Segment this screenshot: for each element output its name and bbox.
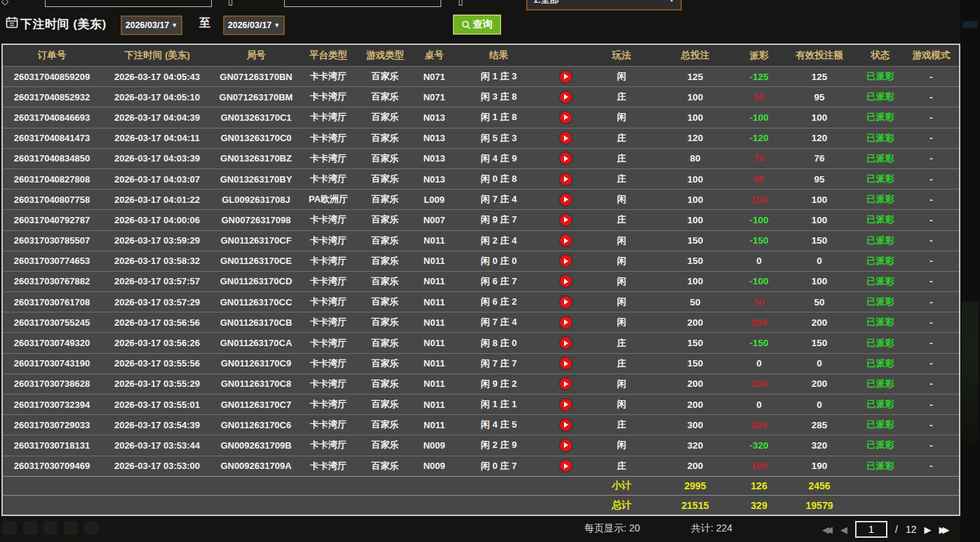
replay-play-icon[interactable] [560, 399, 572, 411]
cell-valid-bet: 95 [781, 92, 857, 103]
cell-valid-bet: 125 [781, 72, 857, 82]
cell-game-type: 百家乐 [358, 418, 412, 431]
cell-valid-bet: 320 [781, 440, 857, 451]
query-button[interactable]: 查询 [453, 15, 501, 34]
first-page-icon[interactable]: ◀◀ [822, 524, 833, 535]
cell-game-type: 百家乐 [358, 316, 412, 329]
subtotal-row: 小计 2995 126 2456 [3, 476, 959, 496]
cell-valid-bet: 190 [781, 461, 857, 471]
replay-play-icon[interactable] [560, 357, 572, 369]
prev-page-icon[interactable]: ◀ [840, 524, 847, 535]
column-header: 状态 [857, 49, 904, 62]
cell-game-mode: - [904, 153, 959, 164]
replay-play-icon[interactable] [560, 255, 572, 267]
cell-total-bet: 300 [654, 420, 737, 430]
subtotal-total-bet: 2995 [654, 480, 737, 491]
pagination-bar: 每页显示: 20 共计: 224 ◀◀ ◀ 1 / 12 ▶ ▶▶ [0, 520, 980, 541]
cell-valid-bet: 100 [781, 276, 857, 286]
table-row: 2603170307552452026-03-17 03:56:56GN0112… [3, 312, 959, 332]
cell-game-mode: - [904, 72, 959, 82]
cell-total-bet: 200 [654, 378, 737, 389]
replay-play-icon[interactable] [560, 214, 572, 226]
cell-bet-time: 2026-03-17 03:56:26 [101, 338, 213, 348]
cell-game-type: 百家乐 [358, 255, 412, 267]
cell-platform: 卡卡湾厅 [299, 173, 358, 185]
column-header: 派彩 [737, 49, 781, 62]
replay-play-icon[interactable] [560, 234, 572, 246]
dropdown-value: 1.全部 [533, 0, 559, 6]
cell-status: 已派彩 [857, 70, 904, 83]
cell-valid-bet: 0 [781, 358, 857, 369]
cell-play-type: 闲 [589, 255, 654, 267]
replay-play-icon[interactable] [560, 337, 572, 349]
cell-result: 闲 1 庄 8 [456, 111, 542, 124]
cell-play-type: 庄 [589, 460, 654, 472]
table-row: 2603170307678822026-03-17 03:57:57GN0112… [3, 271, 959, 291]
table-row: 2603170307181312026-03-17 03:53:44GN0092… [3, 435, 959, 455]
date-to-select[interactable]: 2026/03/17 ▼ [223, 15, 285, 35]
cell-platform: 卡卡湾厅 [299, 275, 358, 288]
last-page-icon[interactable]: ▶▶ [939, 524, 949, 535]
cell-valid-bet: 95 [781, 174, 857, 185]
cell-play-type: 闲 [589, 70, 654, 83]
page-number-input[interactable]: 1 [855, 521, 887, 538]
cell-game-mode: - [904, 133, 959, 143]
cell-order-no: 260317030749320 [3, 338, 101, 348]
cell-payout: 0 [737, 256, 781, 266]
replay-play-icon[interactable] [560, 194, 572, 206]
background-game-strip [960, 0, 980, 542]
cell-payout: 95 [737, 92, 781, 103]
cell-total-bet: 100 [654, 194, 737, 205]
cell-total-bet: 120 [654, 133, 737, 143]
replay-play-icon[interactable] [560, 91, 572, 103]
cell-bet-time: 2026-03-17 04:04:39 [101, 112, 213, 123]
column-header: 游戏模式 [904, 49, 959, 62]
cell-round-no: GN013263170BZ [213, 153, 299, 164]
replay-play-icon[interactable] [560, 112, 572, 124]
cell-result: 闲 2 庄 9 [456, 439, 542, 451]
cell-status: 已派彩 [857, 275, 904, 288]
replay-play-icon[interactable] [560, 317, 572, 329]
cell-order-no: 260317030743190 [3, 358, 101, 369]
table-row: 2603170307323942026-03-17 03:55:01GN0112… [3, 394, 959, 414]
cell-play-type: 庄 [589, 357, 654, 370]
cell-total-bet: 150 [654, 256, 737, 266]
cell-game-mode: - [904, 235, 959, 246]
replay-play-icon[interactable] [560, 439, 572, 451]
cell-valid-bet: 76 [781, 153, 857, 164]
replay-play-icon[interactable] [560, 460, 572, 472]
replay-play-icon[interactable] [560, 132, 572, 144]
cell-platform: 卡卡湾厅 [299, 398, 358, 411]
filter-dropdown-all[interactable]: 1.全部 ▼ [526, 0, 682, 11]
cell-total-bet: 320 [654, 440, 737, 451]
cell-total-bet: 50 [654, 297, 737, 308]
replay-play-icon[interactable] [560, 275, 572, 287]
cell-payout: -150 [737, 235, 781, 246]
cell-order-no: 260317040859209 [3, 72, 101, 82]
cell-game-type: 百家乐 [358, 234, 412, 247]
cell-order-no: 260317030774653 [3, 256, 101, 266]
cell-play-type: 闲 [589, 296, 654, 308]
cell-status: 已派彩 [857, 357, 904, 370]
replay-play-icon[interactable] [560, 152, 572, 164]
replay-play-icon[interactable] [560, 296, 572, 308]
chevron-down-icon: ▼ [274, 22, 280, 29]
column-header: 订单号 [3, 49, 101, 62]
replay-play-icon[interactable] [560, 71, 572, 83]
cell-order-no: 260317040792787 [3, 215, 101, 225]
bet-time-filter-row: 下注时间 (美东) 2026/03/17 ▼ 至 2026/03/17 ▼ 查询 [0, 13, 980, 37]
cell-play-type: 闲 [589, 439, 654, 451]
cell-platform: 卡卡湾厅 [299, 91, 358, 103]
filter-input-1[interactable] [45, 0, 212, 7]
next-page-icon[interactable]: ▶ [924, 524, 931, 535]
replay-play-icon[interactable] [560, 173, 572, 185]
chevron-down-icon: ▼ [171, 22, 177, 29]
replay-play-icon[interactable] [560, 378, 572, 390]
replay-play-icon[interactable] [560, 419, 572, 431]
cell-game-mode: - [904, 174, 959, 185]
filter-input-2[interactable] [284, 0, 441, 7]
date-from-select[interactable]: 2026/03/17 ▼ [121, 15, 182, 35]
cell-play-type: 庄 [589, 132, 654, 145]
cell-platform: 卡卡湾厅 [299, 132, 358, 145]
cell-status: 已派彩 [857, 296, 904, 308]
